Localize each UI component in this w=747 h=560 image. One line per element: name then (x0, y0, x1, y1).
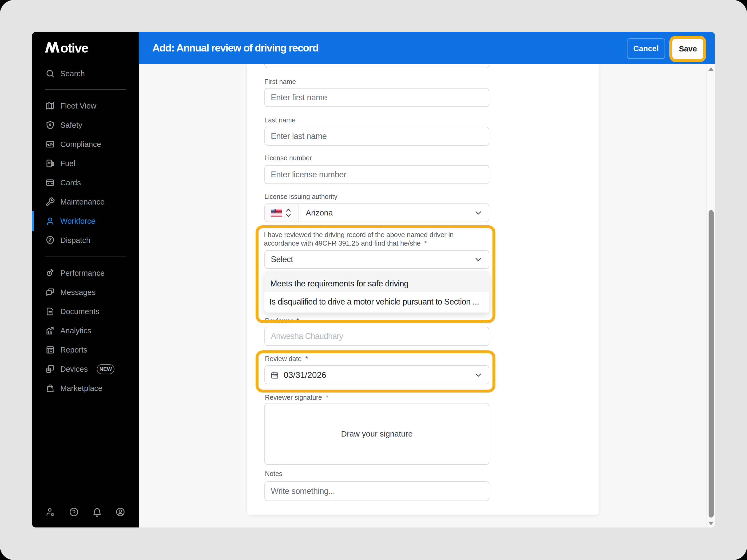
svg-text:otive: otive (60, 41, 88, 54)
